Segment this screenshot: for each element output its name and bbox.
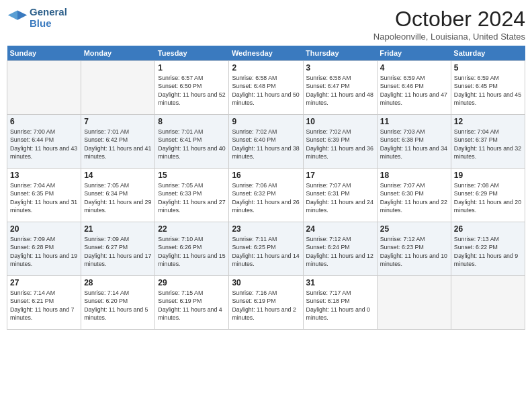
calendar-cell: 18Sunrise: 7:07 AMSunset: 6:30 PMDayligh… [377, 169, 451, 222]
day-number: 25 [380, 224, 448, 234]
cell-info: Sunrise: 7:07 AMSunset: 6:30 PMDaylight:… [380, 181, 448, 214]
cell-info: Sunrise: 7:05 AMSunset: 6:34 PMDaylight:… [84, 181, 152, 214]
cell-info: Sunrise: 6:59 AMSunset: 6:45 PMDaylight:… [454, 74, 522, 107]
cell-info: Sunrise: 6:59 AMSunset: 6:46 PMDaylight:… [380, 74, 448, 107]
calendar-cell [377, 276, 451, 330]
day-number: 7 [84, 117, 152, 126]
header-day-wednesday: Wednesday [229, 46, 303, 61]
cell-info: Sunrise: 7:07 AMSunset: 6:31 PMDaylight:… [306, 181, 374, 214]
day-number: 30 [232, 278, 300, 287]
day-number: 1 [158, 63, 226, 73]
cell-info: Sunrise: 7:03 AMSunset: 6:38 PMDaylight:… [380, 128, 448, 161]
month-title: October 2024 [373, 7, 525, 32]
day-number: 20 [10, 224, 78, 234]
day-number: 17 [306, 171, 374, 180]
cell-info: Sunrise: 7:15 AMSunset: 6:19 PMDaylight:… [158, 289, 226, 322]
day-number: 5 [454, 63, 522, 73]
cell-info: Sunrise: 6:58 AMSunset: 6:48 PMDaylight:… [232, 74, 300, 107]
day-number: 29 [158, 278, 226, 287]
calendar-cell: 3Sunrise: 6:58 AMSunset: 6:47 PMDaylight… [303, 61, 377, 115]
cell-info: Sunrise: 7:04 AMSunset: 6:37 PMDaylight:… [454, 128, 522, 161]
calendar-cell: 28Sunrise: 7:14 AMSunset: 6:20 PMDayligh… [81, 276, 155, 330]
cell-info: Sunrise: 7:01 AMSunset: 6:42 PMDaylight:… [84, 128, 152, 161]
calendar-cell: 31Sunrise: 7:17 AMSunset: 6:18 PMDayligh… [303, 276, 377, 330]
cell-info: Sunrise: 7:14 AMSunset: 6:20 PMDaylight:… [84, 289, 152, 322]
cell-info: Sunrise: 7:01 AMSunset: 6:41 PMDaylight:… [158, 128, 226, 161]
calendar-cell: 1Sunrise: 6:57 AMSunset: 6:50 PMDaylight… [155, 61, 229, 115]
header-day-thursday: Thursday [303, 46, 377, 61]
calendar-cell: 11Sunrise: 7:03 AMSunset: 6:38 PMDayligh… [377, 115, 451, 169]
header-day-tuesday: Tuesday [155, 46, 229, 61]
calendar-cell [451, 276, 525, 330]
day-number: 15 [158, 171, 226, 180]
calendar-cell [7, 61, 81, 115]
cell-info: Sunrise: 7:05 AMSunset: 6:33 PMDaylight:… [158, 181, 226, 214]
day-number: 19 [454, 171, 522, 180]
cell-info: Sunrise: 6:57 AMSunset: 6:50 PMDaylight:… [158, 74, 226, 107]
day-number: 31 [306, 278, 374, 287]
day-number: 18 [380, 171, 448, 180]
cell-info: Sunrise: 7:09 AMSunset: 6:27 PMDaylight:… [84, 235, 152, 268]
header-row: SundayMondayTuesdayWednesdayThursdayFrid… [7, 46, 525, 61]
day-number: 6 [10, 117, 78, 126]
calendar-cell: 29Sunrise: 7:15 AMSunset: 6:19 PMDayligh… [155, 276, 229, 330]
cell-info: Sunrise: 7:02 AMSunset: 6:39 PMDaylight:… [306, 128, 374, 161]
calendar-cell: 21Sunrise: 7:09 AMSunset: 6:27 PMDayligh… [81, 222, 155, 276]
calendar-cell: 16Sunrise: 7:06 AMSunset: 6:32 PMDayligh… [229, 169, 303, 222]
week-row-5: 27Sunrise: 7:14 AMSunset: 6:21 PMDayligh… [7, 276, 525, 330]
week-row-4: 20Sunrise: 7:09 AMSunset: 6:28 PMDayligh… [7, 222, 525, 276]
calendar-cell: 23Sunrise: 7:11 AMSunset: 6:25 PMDayligh… [229, 222, 303, 276]
day-number: 24 [306, 224, 374, 234]
day-number: 13 [10, 171, 78, 180]
cell-info: Sunrise: 7:00 AMSunset: 6:44 PMDaylight:… [10, 128, 78, 161]
calendar-cell: 10Sunrise: 7:02 AMSunset: 6:39 PMDayligh… [303, 115, 377, 169]
calendar-cell: 9Sunrise: 7:02 AMSunset: 6:40 PMDaylight… [229, 115, 303, 169]
cell-info: Sunrise: 7:02 AMSunset: 6:40 PMDaylight:… [232, 128, 300, 161]
week-row-3: 13Sunrise: 7:04 AMSunset: 6:35 PMDayligh… [7, 169, 525, 222]
calendar-cell: 19Sunrise: 7:08 AMSunset: 6:29 PMDayligh… [451, 169, 525, 222]
week-row-2: 6Sunrise: 7:00 AMSunset: 6:44 PMDaylight… [7, 115, 525, 169]
cell-info: Sunrise: 7:11 AMSunset: 6:25 PMDaylight:… [232, 235, 300, 268]
cell-info: Sunrise: 7:12 AMSunset: 6:23 PMDaylight:… [380, 235, 448, 268]
day-number: 14 [84, 171, 152, 180]
cell-info: Sunrise: 7:14 AMSunset: 6:21 PMDaylight:… [10, 289, 78, 322]
cell-info: Sunrise: 6:58 AMSunset: 6:47 PMDaylight:… [306, 74, 374, 107]
day-number: 2 [232, 63, 300, 73]
calendar-cell: 20Sunrise: 7:09 AMSunset: 6:28 PMDayligh… [7, 222, 81, 276]
page-header: General Blue October 2024 Napoleonville,… [7, 7, 525, 42]
day-number: 9 [232, 117, 300, 126]
calendar-cell: 22Sunrise: 7:10 AMSunset: 6:26 PMDayligh… [155, 222, 229, 276]
calendar-cell: 15Sunrise: 7:05 AMSunset: 6:33 PMDayligh… [155, 169, 229, 222]
day-number: 12 [454, 117, 522, 126]
calendar-cell: 5Sunrise: 6:59 AMSunset: 6:45 PMDaylight… [451, 61, 525, 115]
calendar-cell: 14Sunrise: 7:05 AMSunset: 6:34 PMDayligh… [81, 169, 155, 222]
day-number: 8 [158, 117, 226, 126]
cell-info: Sunrise: 7:06 AMSunset: 6:32 PMDaylight:… [232, 181, 300, 214]
calendar-cell: 17Sunrise: 7:07 AMSunset: 6:31 PMDayligh… [303, 169, 377, 222]
day-number: 21 [84, 224, 152, 234]
cell-info: Sunrise: 7:10 AMSunset: 6:26 PMDaylight:… [158, 235, 226, 268]
cell-info: Sunrise: 7:09 AMSunset: 6:28 PMDaylight:… [10, 235, 78, 268]
cell-info: Sunrise: 7:12 AMSunset: 6:24 PMDaylight:… [306, 235, 374, 268]
calendar-cell: 25Sunrise: 7:12 AMSunset: 6:23 PMDayligh… [377, 222, 451, 276]
calendar-cell: 7Sunrise: 7:01 AMSunset: 6:42 PMDaylight… [81, 115, 155, 169]
cell-info: Sunrise: 7:04 AMSunset: 6:35 PMDaylight:… [10, 181, 78, 214]
calendar-table: SundayMondayTuesdayWednesdayThursdayFrid… [7, 46, 525, 330]
header-day-sunday: Sunday [7, 46, 81, 61]
calendar-cell: 6Sunrise: 7:00 AMSunset: 6:44 PMDaylight… [7, 115, 81, 169]
calendar-cell [81, 61, 155, 115]
week-row-1: 1Sunrise: 6:57 AMSunset: 6:50 PMDaylight… [7, 61, 525, 115]
logo-text: General Blue [30, 7, 67, 29]
header-day-monday: Monday [81, 46, 155, 61]
day-number: 26 [454, 224, 522, 234]
cell-info: Sunrise: 7:08 AMSunset: 6:29 PMDaylight:… [454, 181, 522, 214]
calendar-cell: 24Sunrise: 7:12 AMSunset: 6:24 PMDayligh… [303, 222, 377, 276]
calendar-cell: 30Sunrise: 7:16 AMSunset: 6:19 PMDayligh… [229, 276, 303, 330]
logo: General Blue [7, 7, 67, 29]
calendar-cell: 2Sunrise: 6:58 AMSunset: 6:48 PMDaylight… [229, 61, 303, 115]
calendar-cell: 12Sunrise: 7:04 AMSunset: 6:37 PMDayligh… [451, 115, 525, 169]
cell-info: Sunrise: 7:17 AMSunset: 6:18 PMDaylight:… [306, 289, 374, 322]
logo-icon [7, 9, 28, 28]
day-number: 27 [10, 278, 78, 287]
day-number: 28 [84, 278, 152, 287]
